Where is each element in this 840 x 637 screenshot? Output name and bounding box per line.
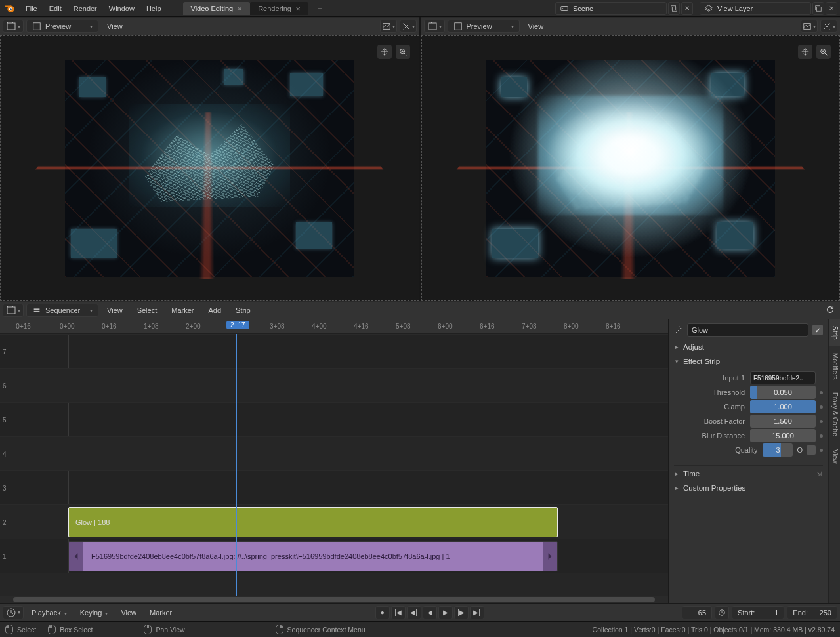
playhead[interactable] — [236, 334, 237, 596]
panel-effect-strip[interactable]: ▾Effect Strip — [674, 355, 823, 368]
preview-view-menu[interactable]: View — [522, 22, 550, 30]
new-scene-button[interactable] — [668, 2, 680, 15]
play-button[interactable]: ▶ — [438, 606, 453, 619]
current-frame-field[interactable]: 65 — [682, 606, 712, 619]
jump-next-keyframe-button[interactable]: |▶ — [454, 606, 469, 619]
menu-window[interactable]: Window — [103, 5, 140, 12]
overlay-button[interactable]: ▾ — [400, 20, 417, 33]
editor-type-sequencer[interactable]: ▾ — [3, 304, 24, 317]
jump-end-button[interactable]: ▶| — [470, 606, 484, 619]
jump-start-button[interactable]: |◀ — [391, 606, 406, 619]
preview-mode-label: Preview — [45, 22, 71, 30]
image-display-button[interactable]: ▾ — [801, 20, 818, 33]
scene-selector[interactable] — [555, 2, 667, 15]
keyframe-dot[interactable] — [820, 449, 823, 452]
preview-header-left: ▾ Preview▾ View ▾ ▾ — [0, 17, 419, 35]
sequencer-tracks[interactable]: 7 6 5 4 3 2 Glow | 188 1 F516959bdfde240… — [0, 334, 668, 596]
playhead-label: 2+17 — [226, 321, 249, 329]
new-view-layer-button[interactable] — [812, 2, 824, 15]
seq-menu-marker[interactable]: Marker — [165, 306, 200, 314]
svg-rect-5 — [671, 5, 676, 10]
view-layer-input[interactable] — [717, 5, 808, 12]
seq-menu-select[interactable]: Select — [131, 306, 163, 314]
strip-image[interactable]: F516959bdfde2408eb8ee4c0bf57f8a6a-l.jpg:… — [68, 541, 558, 571]
sequencer-timeline[interactable]: -0+16 0+00 0+16 1+08 2+00 2+17 3+08 4+00… — [0, 319, 668, 603]
close-icon[interactable]: ✕ — [237, 5, 242, 12]
preview-view-menu[interactable]: View — [101, 22, 129, 30]
keyframe-dot[interactable] — [820, 420, 823, 423]
preview-mode-select[interactable]: Preview▾ — [26, 20, 98, 33]
menu-file[interactable]: File — [20, 5, 43, 12]
side-tab-modifiers[interactable]: Modifiers — [829, 346, 840, 386]
pin-icon[interactable]: ⇲ — [816, 470, 822, 478]
start-frame-field[interactable]: Start:1 — [732, 606, 784, 619]
seq-menu-strip[interactable]: Strip — [230, 306, 257, 314]
strip-glow[interactable]: Glow | 188 — [68, 507, 558, 537]
track-number: 2 — [3, 518, 7, 525]
boost-slider[interactable]: 1.500 — [750, 415, 816, 428]
strip-label: F516959bdfde2408eb8ee4c0bf57f8a6a-l.jpg:… — [91, 552, 450, 560]
view-layer-selector[interactable] — [700, 2, 811, 15]
svg-rect-10 — [33, 23, 41, 30]
strip-handle-right[interactable] — [543, 542, 557, 571]
play-reverse-button[interactable]: ◀ — [423, 606, 437, 619]
pan-icon[interactable] — [798, 45, 812, 59]
delete-view-layer-button[interactable]: ✕ — [826, 2, 837, 15]
editor-type-sequencer[interactable]: ▾ — [3, 20, 24, 33]
panel-adjust[interactable]: ▸Adjust — [674, 340, 823, 354]
layers-icon — [704, 4, 713, 13]
strip-handle-left[interactable] — [69, 542, 83, 571]
panel-custom-properties[interactable]: ▸Custom Properties — [674, 482, 823, 495]
pan-icon[interactable] — [377, 45, 392, 59]
zoom-icon[interactable] — [816, 45, 831, 59]
side-tab-strip[interactable]: Strip — [829, 319, 840, 346]
tab-video-editing[interactable]: Video Editing✕ — [183, 2, 251, 15]
close-icon[interactable]: ✕ — [295, 5, 301, 12]
preview-canvas-right[interactable] — [421, 35, 841, 301]
menu-render[interactable]: Render — [68, 5, 103, 12]
sequencer-ruler[interactable]: -0+16 0+00 0+16 1+08 2+00 2+17 3+08 4+00… — [0, 319, 668, 334]
image-display-button[interactable]: ▾ — [380, 20, 397, 33]
blur-slider[interactable]: 15.000 — [750, 429, 816, 442]
keyframe-dot[interactable] — [820, 434, 823, 438]
strip-name-input[interactable] — [687, 323, 808, 337]
menu-help[interactable]: Help — [140, 5, 167, 12]
use-preview-range-button[interactable] — [715, 606, 729, 619]
only-boost-checkbox[interactable] — [807, 445, 816, 455]
horizontal-scrollbar[interactable] — [0, 596, 668, 603]
panel-time[interactable]: ▸Time⇲ — [674, 465, 823, 480]
seq-menu-view[interactable]: View — [101, 306, 129, 314]
jump-prev-keyframe-button[interactable]: ◀| — [407, 606, 421, 619]
input1-field[interactable]: F516959bdfde2.. — [750, 371, 816, 384]
threshold-slider[interactable]: 0.050 — [750, 386, 816, 399]
add-workspace-button[interactable]: ＋ — [312, 3, 327, 13]
tab-rendering[interactable]: Rendering✕ — [250, 2, 308, 15]
end-frame-field[interactable]: End:250 — [787, 606, 837, 619]
overlay-button[interactable]: ▾ — [820, 20, 837, 33]
mouse-left-icon — [48, 625, 56, 634]
menu-edit[interactable]: Edit — [43, 5, 68, 12]
keyframe-dot[interactable] — [820, 405, 823, 409]
ruler-tick: 3+08 — [268, 319, 285, 333]
timeline-marker-menu[interactable]: Marker — [144, 609, 177, 617]
timeline-view-menu[interactable]: View — [116, 609, 142, 617]
delete-scene-button[interactable]: ✕ — [681, 2, 693, 15]
editor-type-sequencer[interactable]: ▾ — [424, 20, 445, 33]
preview-canvas-left[interactable] — [0, 35, 419, 301]
mute-checkbox[interactable]: ✔ — [812, 325, 823, 335]
preview-mode-select[interactable]: Preview▾ — [448, 20, 520, 33]
playback-menu[interactable]: Playback ▾ — [26, 609, 72, 617]
side-tab-view[interactable]: View — [829, 443, 840, 470]
quality-slider[interactable]: 3 — [763, 443, 793, 457]
scene-name-input[interactable] — [573, 5, 663, 12]
keyframe-dot[interactable] — [820, 391, 823, 394]
sequencer-mode-select[interactable]: Sequencer▾ — [26, 304, 98, 317]
side-tab-proxy[interactable]: Proxy & Cache — [829, 386, 840, 443]
auto-keyframe-button[interactable]: ● — [375, 606, 390, 619]
keying-menu[interactable]: Keying ▾ — [75, 609, 114, 617]
seq-menu-add[interactable]: Add — [202, 306, 227, 314]
zoom-icon[interactable] — [396, 45, 410, 59]
clamp-slider[interactable]: 1.000 — [750, 400, 816, 413]
refresh-icon[interactable] — [824, 304, 836, 316]
timeline-editor-type[interactable]: ▾ — [3, 606, 24, 619]
